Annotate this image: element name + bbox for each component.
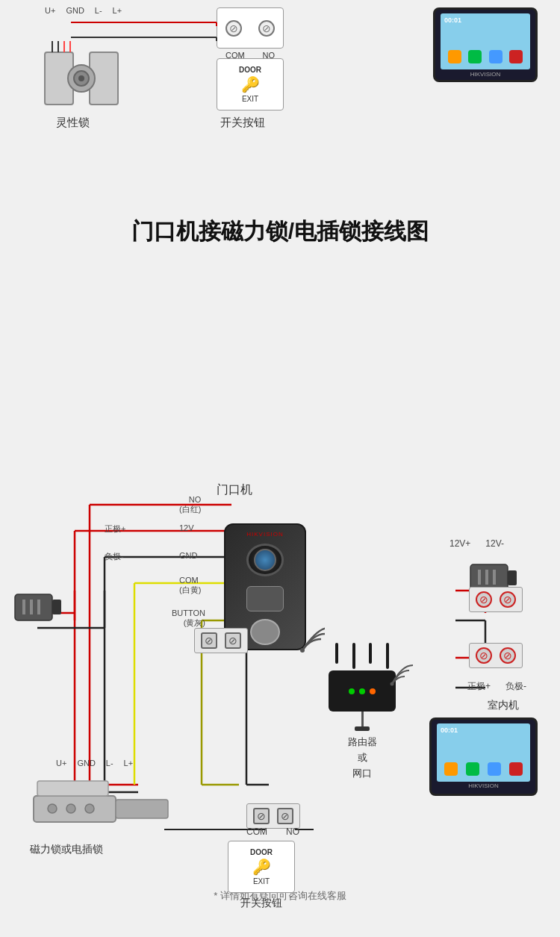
door-btn-text1-top: DOOR xyxy=(239,66,261,74)
router-cable xyxy=(361,712,364,726)
door-btn-box-top: DOOR 🔑 EXIT xyxy=(217,58,284,110)
neg-label-right: 负极- xyxy=(505,680,526,693)
wire-label-gnd: GND xyxy=(179,551,197,560)
term-uplus-btm: U+ xyxy=(56,759,66,768)
svg-rect-42 xyxy=(15,594,52,620)
app-icon-2-top xyxy=(468,50,482,63)
term-lplus-top: L+ xyxy=(113,6,122,15)
term-lminus-top: L- xyxy=(95,6,102,15)
12v-neg-label: 12V- xyxy=(485,538,504,549)
svg-rect-52 xyxy=(493,570,496,585)
router-connector xyxy=(355,726,370,731)
page-container: COM NO DOOR 🔑 EXIT 00:01 xyxy=(0,0,560,918)
app-3-main xyxy=(488,762,501,776)
wire-label-button: BUTTON (黄灰) xyxy=(172,608,205,629)
svg-point-47 xyxy=(391,682,394,686)
top-button-label: 开关按钮 xyxy=(220,116,265,130)
svg-rect-44 xyxy=(22,600,25,614)
top-door-button: DOOR 🔑 EXIT xyxy=(217,58,284,110)
svg-rect-50 xyxy=(478,570,481,585)
door-btn-text2-top: EXIT xyxy=(242,95,258,103)
wire-label-neg: 负极- xyxy=(105,551,124,562)
right-relay-b2: ⊘ xyxy=(500,647,516,664)
door-btn-text2-btm: EXIT xyxy=(253,877,270,885)
diagram-section: 门口机 NO (白红) 正极+ 12V 负极- GND COM (白黄) BUT… xyxy=(0,262,560,874)
term-gnd-top: GND xyxy=(66,6,84,15)
relay-terminal-com-top xyxy=(225,20,242,37)
relay-terminal-no-top xyxy=(258,20,275,37)
svg-rect-54 xyxy=(116,800,168,818)
indoor-monitor-main: 00:01 HIKVISION xyxy=(429,717,538,796)
app-icon-3-top xyxy=(489,50,503,63)
svg-point-41 xyxy=(300,648,305,653)
relay-connector-top xyxy=(217,7,284,49)
antenna-2 xyxy=(352,643,355,669)
ds-brand-label: HIKVISION xyxy=(246,531,283,538)
svg-rect-49 xyxy=(508,570,517,585)
router-device: 路由器或网口 xyxy=(329,643,396,781)
svg-rect-46 xyxy=(37,600,40,614)
app-1-main xyxy=(444,762,458,776)
monitor-time-top: 00:01 xyxy=(444,16,461,24)
power-supply-svg-left xyxy=(11,591,63,628)
12v-pos-label: 12V+ xyxy=(449,538,470,549)
top-indoor-monitor: 00:01 HIKVISION xyxy=(433,7,538,82)
door-btn-label-btm: 开关按钮 xyxy=(228,897,295,910)
ds-button-area xyxy=(246,586,284,612)
button-terminal-block: ⊘ ⊘ xyxy=(194,628,248,653)
bottom-com-label: COM xyxy=(246,827,267,837)
bottom-relay-2: ⊘ xyxy=(277,808,293,824)
svg-point-57 xyxy=(85,804,94,813)
top-relay-block: COM NO xyxy=(217,7,284,60)
pos-label-right: 正极+ xyxy=(467,680,491,693)
right-voltage-labels: 12V+ 12V- xyxy=(449,538,504,549)
bottom-relay-labels: COM NO xyxy=(246,827,299,837)
svg-point-4 xyxy=(78,75,84,81)
app-4-main xyxy=(509,762,523,776)
monitor-apps-top xyxy=(441,50,530,63)
door-button-bottom-device: DOOR 🔑 EXIT 开关按钮 xyxy=(228,841,295,910)
svg-rect-45 xyxy=(30,600,33,614)
monitor-screen-main: 00:01 xyxy=(437,723,530,782)
wire-label-12v: 12V xyxy=(179,523,194,532)
power-supply-left xyxy=(11,591,63,631)
right-relay-b1: ⊘ xyxy=(476,647,492,664)
mag-lock-svg xyxy=(30,777,179,837)
btn-terminal-2: ⊘ xyxy=(225,632,241,649)
wire-label-com: COM (白黄) xyxy=(179,576,201,596)
mag-lock-label: 磁力锁或电插锁 xyxy=(30,843,103,856)
wire-label-pos: 正极+ xyxy=(105,523,125,535)
top-lock-image xyxy=(41,37,123,122)
app-icon-4-top xyxy=(509,50,523,63)
right-relay-block-top: ⊘ ⊘ xyxy=(469,587,523,612)
door-key-icon-top: 🔑 xyxy=(241,75,260,93)
main-title: 门口机接磁力锁/电插锁接线图 xyxy=(30,217,530,247)
router-led-3 xyxy=(370,688,376,694)
router-body xyxy=(329,670,396,712)
right-relay-t2: ⊘ xyxy=(500,591,516,608)
svg-rect-43 xyxy=(52,600,61,614)
monitor-apps-main xyxy=(437,762,530,776)
antenna-3 xyxy=(369,643,372,664)
router-container xyxy=(329,643,396,731)
mag-lock-device xyxy=(30,777,179,840)
lock-svg-top xyxy=(41,37,123,119)
bottom-relay-block: ⊘ ⊘ xyxy=(246,803,300,829)
indoor-machine-label: 室内机 xyxy=(488,699,519,712)
monitor-device-top: 00:01 HIKVISION xyxy=(433,7,538,82)
main-title-section: 门口机接磁力锁/电插锁接线图 xyxy=(0,194,560,262)
right-polarity-labels: 正极+ 负极- xyxy=(467,680,526,693)
term-uplus-top: U+ xyxy=(45,6,55,15)
router-antennas xyxy=(329,643,396,669)
term-gnd-btm: GND xyxy=(77,759,95,768)
wifi-symbol xyxy=(280,620,325,658)
app-icon-1-top xyxy=(448,50,461,63)
wire-label-no: NO (白红) xyxy=(179,495,201,515)
bottom-terminal-labels: U+ GND L- L+ xyxy=(56,759,133,768)
svg-point-55 xyxy=(48,804,57,813)
right-relay-t1: ⊘ xyxy=(476,591,492,608)
bottom-no-label: NO xyxy=(286,827,299,837)
right-relay-block-bottom: ⊘ ⊘ xyxy=(469,643,523,668)
ds-ring-button xyxy=(250,619,280,645)
monitor-screen-top: 00:01 xyxy=(441,13,530,69)
